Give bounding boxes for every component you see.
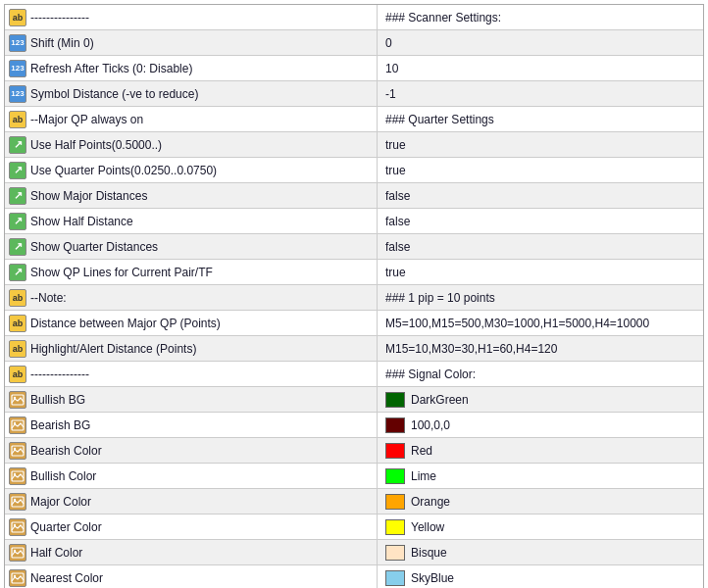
table-row: ↗Show QP Lines for Current Pair/TFtrue — [5, 260, 703, 285]
table-row: 123Shift (Min 0)0 — [5, 30, 703, 56]
numeric-icon: 123 — [9, 34, 26, 52]
row-left: Bearish Color — [5, 438, 378, 463]
row-right: true — [378, 158, 703, 182]
row-label: Show Half Distance — [30, 215, 133, 228]
svg-point-15 — [14, 575, 16, 577]
row-value: 100,0,0 — [411, 418, 450, 432]
table-row: 123Refresh After Ticks (0: Disable)10 — [5, 56, 703, 81]
row-label: Show Quarter Distances — [30, 240, 158, 254]
color-swatch — [385, 443, 405, 459]
row-right: Bisque — [378, 540, 703, 564]
svg-point-7 — [14, 472, 16, 474]
row-value: false — [385, 189, 410, 203]
row-value: ### Scanner Settings: — [385, 11, 501, 24]
ab-icon: ab — [9, 340, 26, 358]
row-left: Quarter Color — [5, 514, 378, 539]
color-swatch — [385, 417, 405, 433]
row-label: Half Color — [30, 546, 82, 560]
row-label: Bullish BG — [30, 393, 85, 407]
row-right: Red — [378, 438, 703, 463]
row-value: true — [385, 266, 406, 279]
row-left: Bullish BG — [5, 387, 378, 412]
row-label: Refresh After Ticks (0: Disable) — [30, 62, 192, 75]
row-left: 123Symbol Distance (-ve to reduce) — [5, 81, 378, 106]
table-row: Nearest ColorSkyBlue — [5, 565, 703, 588]
table-row: 123Symbol Distance (-ve to reduce)-1 — [5, 81, 703, 107]
table-row: Bullish ColorLime — [5, 464, 703, 489]
row-left: ↗Use Quarter Points(0.0250..0.0750) — [5, 158, 378, 182]
image-icon — [9, 569, 26, 587]
row-value: true — [385, 164, 406, 177]
row-right: -1 — [378, 81, 703, 106]
row-value: ### 1 pip = 10 points — [385, 291, 495, 305]
row-left: abDistance between Major QP (Points) — [5, 311, 378, 335]
row-value: M15=10,M30=30,H1=60,H4=120 — [385, 342, 557, 356]
row-label: Use Quarter Points(0.0250..0.0750) — [30, 164, 217, 177]
row-left: Bearish BG — [5, 413, 378, 437]
row-label: Highlight/Alert Distance (Points) — [30, 342, 196, 356]
row-right: false — [378, 209, 703, 233]
row-right: 100,0,0 — [378, 413, 703, 437]
row-left: ab--------------- — [5, 362, 378, 386]
image-icon — [9, 518, 26, 536]
row-label: Nearest Color — [30, 571, 103, 585]
color-swatch — [385, 519, 405, 535]
table-row: ab--Major QP always on### Quarter Settin… — [5, 107, 703, 132]
row-value: ### Quarter Settings — [385, 113, 494, 126]
svg-point-1 — [14, 396, 16, 398]
table-row: Bearish ColorRed — [5, 438, 703, 464]
table-row: ↗Use Quarter Points(0.0250..0.0750)true — [5, 158, 703, 183]
table-row: ↗Use Half Points(0.5000..)true — [5, 132, 703, 158]
image-icon — [9, 442, 26, 460]
row-value: true — [385, 138, 406, 152]
row-label: Show Major Distances — [30, 189, 147, 203]
row-left: ab--Major QP always on — [5, 107, 378, 131]
row-value: false — [385, 240, 410, 254]
row-label: Bullish Color — [30, 469, 96, 483]
row-right: 0 — [378, 30, 703, 55]
row-left: ab--------------- — [5, 5, 378, 29]
row-value: Bisque — [411, 546, 447, 560]
table-row: ↗Show Quarter Distancesfalse — [5, 234, 703, 260]
color-swatch — [385, 468, 405, 484]
table-row: Major ColorOrange — [5, 489, 703, 514]
row-right: ### Quarter Settings — [378, 107, 703, 131]
row-label: Bearish Color — [30, 444, 102, 458]
row-right: false — [378, 234, 703, 259]
row-label: Quarter Color — [30, 520, 102, 534]
arrow-icon: ↗ — [9, 162, 26, 179]
row-right: Orange — [378, 489, 703, 514]
ab-icon: ab — [9, 315, 26, 332]
svg-point-11 — [14, 523, 16, 525]
table-row: abHighlight/Alert Distance (Points)M15=1… — [5, 336, 703, 362]
svg-point-9 — [14, 498, 16, 500]
row-value: 0 — [385, 36, 392, 50]
row-right: M5=100,M15=500,M30=1000,H1=5000,H4=10000 — [378, 311, 703, 335]
row-left: Half Color — [5, 540, 378, 564]
row-left: abHighlight/Alert Distance (Points) — [5, 336, 378, 361]
row-left: 123Refresh After Ticks (0: Disable) — [5, 56, 378, 80]
row-value: M5=100,M15=500,M30=1000,H1=5000,H4=10000 — [385, 317, 649, 330]
row-left: ↗Show Half Distance — [5, 209, 378, 233]
svg-point-13 — [14, 549, 16, 551]
row-right: ### Scanner Settings: — [378, 5, 703, 29]
svg-point-5 — [14, 447, 16, 449]
row-left: 123Shift (Min 0) — [5, 30, 378, 55]
row-right: SkyBlue — [378, 565, 703, 588]
row-value: SkyBlue — [411, 571, 454, 585]
row-right: ### 1 pip = 10 points — [378, 285, 703, 310]
table-row: ab---------------### Signal Color: — [5, 362, 703, 387]
row-label: Distance between Major QP (Points) — [30, 317, 221, 330]
table-row: Quarter ColorYellow — [5, 514, 703, 540]
row-value: Red — [411, 444, 432, 458]
row-left: Bullish Color — [5, 464, 378, 488]
table-row: Bullish BGDarkGreen — [5, 387, 703, 413]
row-right: M15=10,M30=30,H1=60,H4=120 — [378, 336, 703, 361]
row-left: ↗Use Half Points(0.5000..) — [5, 132, 378, 157]
row-label: Shift (Min 0) — [30, 36, 94, 50]
row-label: --------------- — [30, 11, 89, 24]
image-icon — [9, 416, 26, 434]
row-left: Nearest Color — [5, 565, 378, 588]
row-right: Lime — [378, 464, 703, 488]
row-label: --Note: — [30, 291, 67, 305]
